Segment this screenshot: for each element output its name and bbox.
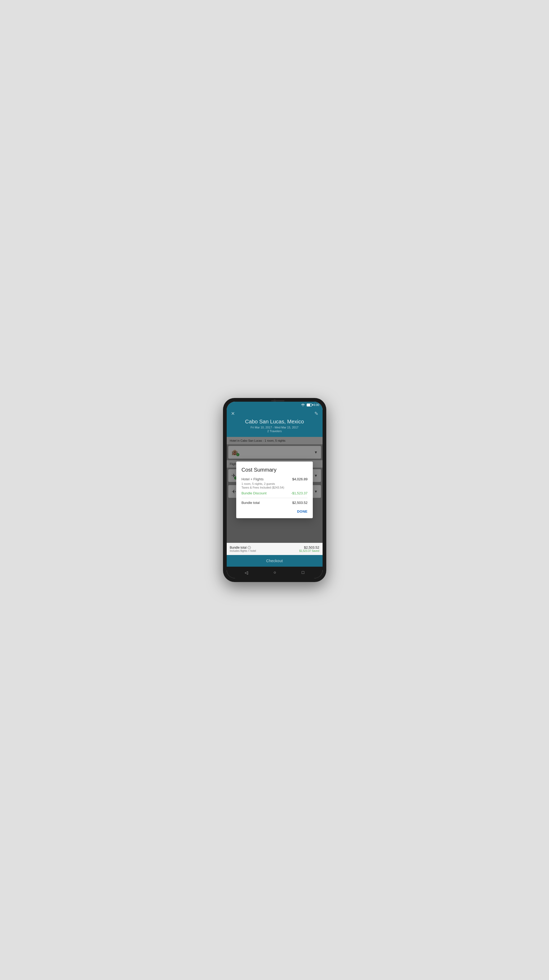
checkout-button[interactable]: Checkout	[227, 555, 323, 567]
status-time: 6:00	[313, 403, 319, 406]
nav-bar: ◁ ○ □	[227, 567, 323, 578]
bundle-discount-label: Bundle Discount	[242, 491, 267, 495]
bundle-discount-value: -$1,523.37	[291, 491, 307, 495]
room-nights-guests: 1 room, 5 nights, 2 guests	[242, 482, 308, 485]
nav-home-icon[interactable]: ○	[274, 570, 276, 575]
modal-overlay: Cost Summary Hotel + Flights $4,026.89 1…	[227, 437, 323, 543]
destination-dates: Fri Mar 10, 2017 - Wed Mar 15, 2017	[231, 426, 318, 429]
phone-device: 6:00 ✕ ✎ Cabo San Lucas, Mexico Fri Mar …	[223, 398, 326, 582]
modal-actions: DONE	[242, 508, 308, 515]
edit-icon[interactable]: ✎	[314, 411, 318, 417]
app-header: ✕ ✎ Cabo San Lucas, Mexico Fri Mar 10, 2…	[227, 408, 323, 437]
destination-title: Cabo San Lucas, Mexico	[231, 418, 318, 425]
phone-screen: 6:00 ✕ ✎ Cabo San Lucas, Mexico Fri Mar …	[227, 402, 323, 578]
bundle-total-value: $2,503.52	[292, 501, 307, 505]
bundle-footer-amount: $2,503.52	[299, 546, 319, 549]
bundle-discount-row: Bundle Discount -$1,523.37	[242, 491, 308, 495]
bundle-includes: Includes flights + hotel	[230, 549, 256, 552]
speaker-grille	[271, 400, 285, 401]
destination-travelers: 2 Travelers	[231, 430, 318, 433]
hotel-flights-label: Hotel + Flights	[242, 477, 264, 481]
nav-recent-icon[interactable]: □	[302, 570, 304, 575]
bundle-total-footer-label: Bundle total i	[230, 546, 256, 549]
bundle-left: Bundle total i Includes flights + hotel	[230, 546, 256, 552]
bundle-footer: Bundle total i Includes flights + hotel …	[227, 543, 323, 555]
bundle-total-label: Bundle total	[242, 501, 260, 505]
close-icon[interactable]: ✕	[231, 411, 235, 417]
done-button[interactable]: DONE	[297, 508, 308, 515]
bundle-right: $2,503.52 $1,523.37 Saved	[299, 546, 319, 552]
hotel-flights-row: Hotel + Flights $4,026.89	[242, 477, 308, 481]
nav-back-icon[interactable]: ◁	[245, 570, 248, 575]
bundle-total-row: Bundle total $2,503.52	[242, 501, 308, 505]
bundle-saved: $1,523.37 Saved	[299, 549, 319, 552]
modal-title: Cost Summary	[242, 467, 308, 473]
bundle-info-icon[interactable]: i	[248, 546, 251, 549]
wifi-icon	[301, 403, 305, 406]
status-bar: 6:00	[227, 402, 323, 408]
taxes-fees: Taxes & Fees Included ($243.54)	[242, 486, 308, 489]
cost-summary-modal: Cost Summary Hotel + Flights $4,026.89 1…	[236, 461, 313, 518]
hotel-flights-value: $4,026.89	[292, 477, 307, 481]
content-area: Hotel in Cabo San Lucas - 1 room, 5 nigh…	[227, 437, 323, 543]
battery-icon	[307, 404, 312, 406]
